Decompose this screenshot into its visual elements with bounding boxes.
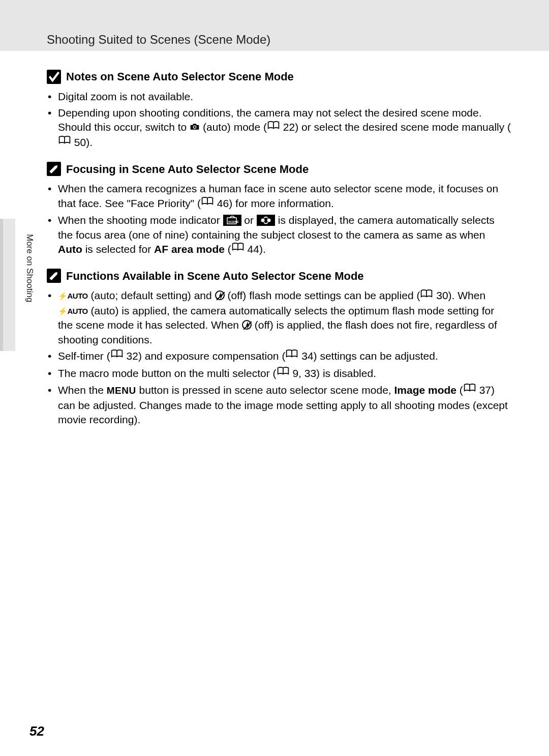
text: Digital zoom is not available. [58,91,193,102]
page-ref-icon [201,196,214,210]
text: ( [456,384,463,396]
list-item: Depending upon shooting conditions, the … [47,106,511,151]
list-item: When the MENU button is pressed in scene… [47,383,511,427]
text: Self-timer ( [58,350,110,362]
closeup-mode-tile-icon [257,215,275,226]
flash-auto-icon: ⚡AUTO [58,307,88,315]
text: When the [58,384,107,396]
flash-off-icon [215,290,225,300]
notes-list: Digital zoom is not available. Depending… [47,90,511,151]
text: 46) for more information. [214,197,334,209]
svg-point-5 [267,218,270,222]
bold-text: AF area mode [154,243,225,255]
text: (auto) mode ( [200,121,267,133]
section-tab-label: More on Shooting [23,234,35,302]
flash-auto-icon: ⚡AUTO [58,292,88,300]
text: 32) and exposure compensation ( [124,350,286,362]
functions-list: ⚡AUTO (auto; default setting) and (off) … [47,288,511,427]
svg-point-1 [194,126,196,128]
section-title: Notes on Scene Auto Selector Scene Mode [66,69,294,84]
note-pencil-icon [47,269,61,283]
flash-off-icon [242,320,252,330]
svg-text:SCENE: SCENE [228,220,239,223]
section-heading-focus: Focusing in Scene Auto Selector Scene Mo… [47,162,511,177]
content-body: Notes on Scene Auto Selector Scene Mode … [47,62,511,429]
text: 22) or select the desired scene mode man… [280,121,511,133]
page-ref-icon [58,135,71,149]
page-title: Shooting Suited to Scenes (Scene Mode) [47,32,270,48]
section-tab-marker [0,219,15,351]
text: 44). [245,243,266,255]
text: 30). When [433,289,485,301]
text: When the shooting mode indicator [58,214,223,226]
section-heading-functions: Functions Available in Scene Auto Select… [47,269,511,284]
camera-icon [190,120,200,134]
section-title: Focusing in Scene Auto Selector Scene Mo… [66,162,309,177]
text: 9, 33) is disabled. [290,367,376,379]
note-pencil-icon [47,162,61,176]
text: is selected for [82,243,154,255]
page-ref-icon [277,366,290,380]
list-item: When the shooting mode indicator SCENE o… [47,213,511,257]
alert-check-icon [47,70,61,84]
text: The macro mode button on the multi selec… [58,367,277,379]
text: 34) settings can be adjusted. [298,350,438,362]
scene-mode-tile-icon: SCENE [223,215,241,226]
text: 50). [71,136,93,148]
list-item: The macro mode button on the multi selec… [47,366,511,382]
text: ( [225,243,231,255]
section-heading-notes: Notes on Scene Auto Selector Scene Mode [47,69,511,84]
bold-text: Auto [58,243,82,255]
page-ref-icon [110,348,124,363]
page-ref-icon [420,288,433,303]
list-item: When the camera recognizes a human face … [47,182,511,211]
svg-point-4 [261,218,264,222]
bold-text: Image mode [394,384,456,396]
section-title: Functions Available in Scene Auto Select… [66,269,364,284]
page-ref-icon [231,242,245,256]
text: (off) flash mode settings can be applied… [225,289,420,301]
list-item: Self-timer ( 32) and exposure compensati… [47,349,511,364]
page-ref-icon [463,383,476,397]
focus-list: When the camera recognizes a human face … [47,182,511,257]
page-number: 52 [29,722,44,740]
text: (auto; default setting) and [88,289,215,301]
text: button is pressed in scene auto selector… [136,384,394,396]
page-ref-icon [267,120,280,134]
page-ref-icon [285,348,298,363]
menu-button-label: MENU [107,385,136,396]
list-item: Digital zoom is not available. [47,90,511,104]
text: or [241,214,257,226]
list-item: ⚡AUTO (auto; default setting) and (off) … [47,288,511,347]
